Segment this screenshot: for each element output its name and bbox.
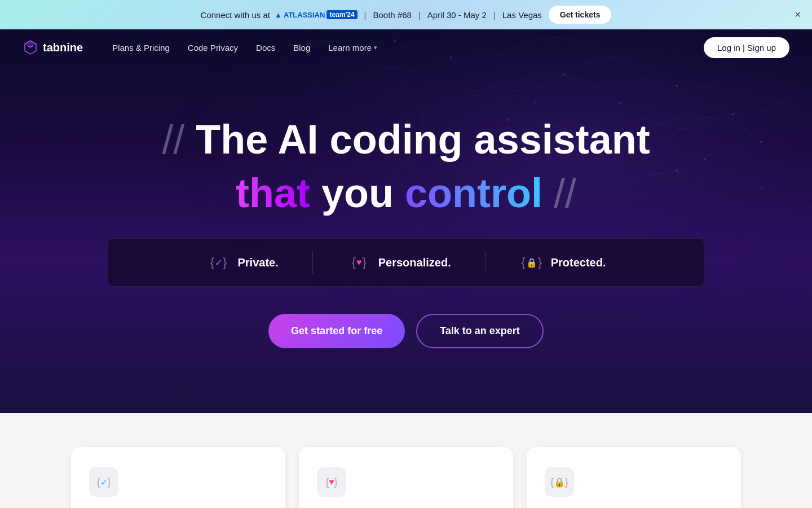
lock-icon-card: 🔒 <box>554 477 565 488</box>
hero-subtitle: that you control // <box>107 171 705 216</box>
feature-personalized: { ♥ } Personalized. <box>347 250 451 275</box>
card-personalized: { ♥ } Personalized Tabnine's AI agents a… <box>299 447 513 508</box>
card-private-icon: { ✓ } <box>96 476 111 488</box>
feature-divider-2 <box>485 251 486 274</box>
cards-section: { ✓ } Private Tabnine respects the integ… <box>0 413 812 508</box>
svg-point-4 <box>676 85 678 87</box>
hero-section: // The AI coding assistant that you cont… <box>0 29 812 413</box>
card-protected-icon: { 🔒 } <box>550 476 568 488</box>
close-banner-button[interactable]: × <box>795 9 801 21</box>
person-icon: ♥ <box>356 257 362 268</box>
you-word: you <box>321 170 405 216</box>
card-personalized-icon-wrap: { ♥ } <box>317 467 346 497</box>
lock-icon: 🔒 <box>526 257 537 268</box>
banner-text: Connect with us at ▲ ATLASSIAN team'24 |… <box>201 10 542 20</box>
curly-brace-right-3: } <box>538 255 542 270</box>
personalized-label: Personalized. <box>378 256 451 269</box>
curly-brace-right: } <box>223 255 227 270</box>
curly-brace-left-3: { <box>521 255 525 270</box>
card-private: { ✓ } Private Tabnine respects the integ… <box>71 447 285 508</box>
protected-icon-badge: { 🔒 } <box>519 250 544 275</box>
private-icon-badge: { ✓ } <box>206 250 231 275</box>
card-private-icon-wrap: { ✓ } <box>89 467 118 497</box>
hero-content: // The AI coding assistant that you cont… <box>96 95 716 393</box>
curly-brace-left: { <box>210 255 214 270</box>
feature-protected: { 🔒 } Protected. <box>519 250 606 275</box>
nav-links: Plans & Pricing Code Privacy Docs Blog L… <box>105 38 704 57</box>
curly-brace-left-2: { <box>352 255 356 270</box>
personalized-icon-badge: { ♥ } <box>347 250 372 275</box>
tabnine-logo-icon <box>23 40 38 55</box>
nav-docs[interactable]: Docs <box>249 38 282 57</box>
svg-point-15 <box>761 187 762 189</box>
logo-link[interactable]: tabnine <box>23 40 83 55</box>
nav-code-privacy[interactable]: Code Privacy <box>181 38 245 57</box>
curly-brace-right-2: } <box>363 255 367 270</box>
hero-title: // The AI coding assistant <box>107 117 705 162</box>
private-label: Private. <box>237 256 278 269</box>
shield-check-icon: ✓ <box>215 257 222 268</box>
svg-point-2 <box>563 73 565 76</box>
date-info: April 30 - May 2 <box>427 10 487 20</box>
hero-title-text: The AI coding assistant <box>196 117 650 162</box>
team24-badge: team'24 <box>326 10 357 19</box>
slash-left: // <box>162 117 184 162</box>
separator2: | <box>418 10 421 20</box>
announcement-banner: Connect with us at ▲ ATLASSIAN team'24 |… <box>0 0 812 29</box>
features-bar: { ✓ } Private. { ♥ } Personalized. { <box>107 238 705 287</box>
nav-learn-more[interactable]: Learn more ▾ <box>321 38 384 57</box>
nav-blog[interactable]: Blog <box>286 38 317 57</box>
location-info: Las Vegas <box>502 10 542 20</box>
chevron-down-icon: ▾ <box>374 44 377 51</box>
separator1: | <box>364 10 367 20</box>
banner-prefix: Connect with us at <box>201 10 270 20</box>
control-word: control <box>405 170 542 216</box>
card-protected: { 🔒 } Protected Tabnine protects you thr… <box>527 447 741 508</box>
person-icon-card: ♥ <box>329 477 334 487</box>
booth-info: Booth #68 <box>373 10 412 20</box>
feature-private: { ✓ } Private. <box>206 250 278 275</box>
protected-label: Protected. <box>551 256 606 269</box>
talk-to-expert-button[interactable]: Talk to an expert <box>416 314 544 348</box>
separator3: | <box>493 10 496 20</box>
logo-text: tabnine <box>43 41 83 54</box>
that-word: that <box>236 170 310 216</box>
shield-icon-card: ✓ <box>100 477 108 488</box>
svg-point-9 <box>732 113 734 115</box>
atlassian-logo: ▲ ATLASSIAN team'24 <box>275 10 358 19</box>
nav-plans-pricing[interactable]: Plans & Pricing <box>105 38 176 57</box>
slash-right: // <box>554 170 576 216</box>
svg-point-10 <box>760 141 762 143</box>
cta-row: Get started for free Talk to an expert <box>107 314 705 348</box>
auth-button[interactable]: Log in | Sign up <box>704 37 789 58</box>
feature-divider-1 <box>312 251 313 274</box>
card-personalized-icon: { ♥ } <box>325 476 338 488</box>
get-started-button[interactable]: Get started for free <box>268 314 405 348</box>
navigation: tabnine Plans & Pricing Code Privacy Doc… <box>0 29 812 65</box>
card-protected-icon-wrap: { 🔒 } <box>545 467 574 497</box>
get-tickets-button[interactable]: Get tickets <box>549 6 612 24</box>
